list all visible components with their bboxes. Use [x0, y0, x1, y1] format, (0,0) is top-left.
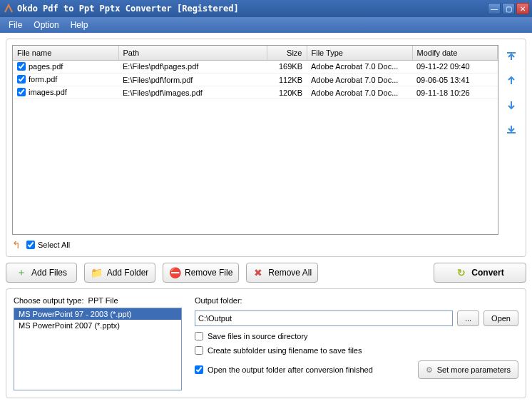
save-source-checkbox[interactable]	[195, 332, 203, 340]
minus-icon: ⛔	[169, 267, 180, 278]
file-modify: 09-11-18 10:26	[412, 86, 498, 99]
gear-icon: ⚙	[426, 365, 433, 375]
move-top-icon[interactable]	[504, 51, 518, 62]
row-checkbox[interactable]	[17, 75, 26, 84]
output-folder-input[interactable]	[195, 310, 453, 326]
save-source-label: Save files in source directory	[208, 332, 308, 340]
col-header-size[interactable]: Size	[267, 46, 307, 60]
file-modify: 09-06-05 13:41	[412, 74, 498, 86]
row-checkbox[interactable]	[17, 62, 26, 71]
table-row[interactable]: pages.pdf E:\Files\pdf\pages.pdf 169KB A…	[13, 60, 498, 74]
add-folder-button[interactable]: 📁Add Folder	[84, 263, 155, 283]
folder-icon: 📁	[91, 267, 103, 278]
output-panel: Choose output type: PPT File MS PowerPoi…	[6, 288, 526, 398]
titlebar: Okdo Pdf to Ppt Pptx Converter [Register…	[0, 0, 532, 17]
x-icon: ✖	[252, 267, 264, 278]
table-row[interactable]: images.pdf E:\Files\pdf\images.pdf 120KB…	[13, 86, 498, 99]
file-name: form.pdf	[29, 75, 57, 84]
set-more-parameters-button[interactable]: ⚙Set more parameters	[418, 360, 518, 379]
minimize-button[interactable]: —	[488, 3, 501, 14]
remove-all-label: Remove All	[268, 268, 312, 278]
col-header-modify[interactable]: Modify date	[412, 46, 498, 60]
listbox-item-ppt[interactable]: MS PowerPoint 97 - 2003 (*.ppt)	[14, 308, 181, 320]
open-after-label: Open the output folder after conversion …	[208, 365, 373, 374]
add-files-label: Add Files	[31, 268, 67, 278]
up-folder-icon[interactable]: ↰	[12, 239, 21, 251]
move-down-icon[interactable]	[504, 99, 518, 111]
remove-file-label: Remove File	[185, 268, 232, 278]
filelist-panel: File name Path Size File Type Modify dat…	[6, 39, 526, 257]
action-buttons: ＋Add Files 📁Add Folder ⛔Remove File ✖Rem…	[6, 263, 526, 283]
open-folder-button[interactable]: Open	[484, 310, 518, 326]
filelist[interactable]: File name Path Size File Type Modify dat…	[12, 45, 498, 235]
selectall-label: Select All	[38, 241, 70, 249]
file-size: 120KB	[267, 86, 307, 99]
col-header-name[interactable]: File name	[13, 46, 118, 60]
row-checkbox[interactable]	[17, 88, 26, 96]
file-path: E:\Files\pdf\images.pdf	[118, 86, 267, 99]
maximize-button[interactable]: ▢	[502, 3, 515, 14]
close-button[interactable]: ✕	[516, 3, 529, 14]
file-path: E:\Files\pdf\form.pdf	[118, 74, 267, 86]
move-bottom-icon[interactable]	[504, 123, 518, 135]
remove-file-button[interactable]: ⛔Remove File	[163, 263, 239, 283]
file-modify: 09-11-22 09:40	[412, 60, 498, 74]
open-after-checkbox[interactable]	[195, 365, 203, 374]
file-size: 169KB	[267, 60, 307, 74]
file-size: 112KB	[267, 74, 307, 86]
file-path: E:\Files\pdf\pages.pdf	[118, 60, 267, 74]
convert-icon: ↻	[456, 267, 467, 278]
subfolder-label: Create subfolder using filename to save …	[208, 346, 362, 355]
file-name: pages.pdf	[29, 62, 63, 71]
app-icon	[3, 3, 14, 14]
titlebar-text: Okdo Pdf to Ppt Pptx Converter [Register…	[17, 4, 488, 14]
col-header-type[interactable]: File Type	[307, 46, 412, 60]
output-folder-label: Output folder:	[195, 296, 518, 305]
add-folder-label: Add Folder	[107, 268, 149, 278]
set-more-label: Set more parameters	[437, 365, 511, 374]
menu-option[interactable]: Option	[29, 19, 63, 31]
col-header-path[interactable]: Path	[118, 46, 267, 60]
reorder-controls	[503, 45, 520, 235]
menu-file[interactable]: File	[4, 19, 26, 31]
file-type: Adobe Acrobat 7.0 Doc...	[307, 86, 412, 99]
selectall-checkbox[interactable]	[26, 241, 35, 249]
menubar: File Option Help	[0, 17, 532, 33]
browse-button[interactable]: ...	[457, 310, 479, 326]
convert-label: Convert	[471, 268, 503, 278]
file-name: images.pdf	[29, 88, 67, 96]
output-type-label: Choose output type: PPT File	[14, 296, 182, 305]
listbox-item-pptx[interactable]: MS PowerPoint 2007 (*.pptx)	[14, 320, 181, 331]
add-files-button[interactable]: ＋Add Files	[6, 263, 77, 283]
move-up-icon[interactable]	[504, 75, 518, 86]
output-type-listbox[interactable]: MS PowerPoint 97 - 2003 (*.ppt) MS Power…	[14, 308, 182, 390]
file-type: Adobe Acrobat 7.0 Doc...	[307, 74, 412, 86]
file-type: Adobe Acrobat 7.0 Doc...	[307, 60, 412, 74]
table-row[interactable]: form.pdf E:\Files\pdf\form.pdf 112KB Ado…	[13, 74, 498, 86]
subfolder-checkbox[interactable]	[195, 346, 203, 355]
convert-button[interactable]: ↻Convert	[434, 263, 526, 283]
remove-all-button[interactable]: ✖Remove All	[246, 263, 318, 283]
menu-help[interactable]: Help	[66, 19, 93, 31]
plus-icon: ＋	[16, 267, 27, 278]
